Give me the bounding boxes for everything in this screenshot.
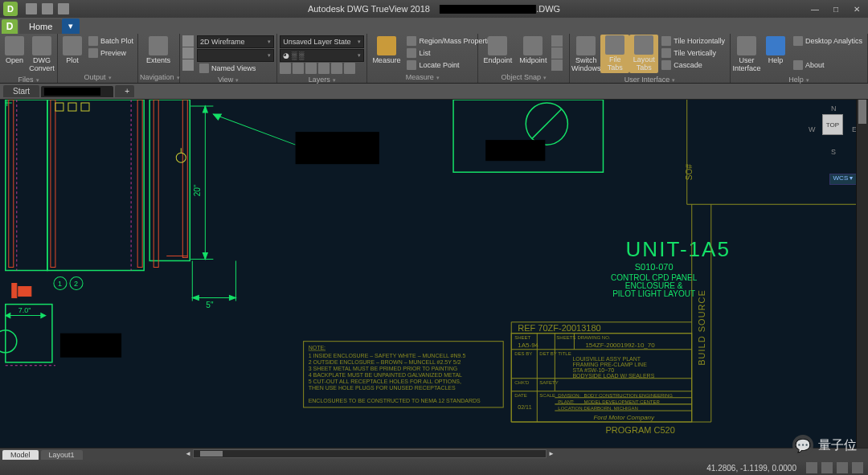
view-combo[interactable]: [197, 49, 274, 62]
svg-text:7.0": 7.0": [18, 306, 31, 314]
app-icon: D: [3, 2, 18, 16]
list-icon: [407, 48, 416, 58]
start-tab[interactable]: Start: [3, 85, 39, 97]
ribbon-tab-home[interactable]: Home: [19, 19, 62, 34]
scroll-right-button[interactable]: ►: [546, 450, 557, 459]
layer-state-combo[interactable]: Unsaved Layer State: [280, 35, 364, 48]
status-toggle-icon[interactable]: [837, 462, 848, 473]
qat-icon[interactable]: [58, 3, 69, 14]
svg-text:FRAMING PRE-CLAMP LINE: FRAMING PRE-CLAMP LINE: [572, 362, 647, 367]
qat-icon[interactable]: [42, 3, 53, 14]
svg-rect-2: [6, 100, 47, 270]
batch-plot-button[interactable]: Batch Plot: [86, 35, 136, 47]
svg-rect-9: [182, 100, 187, 257]
svg-text:1: 1: [58, 280, 62, 288]
osnap-more-icon[interactable]: [551, 35, 563, 47]
cascade-icon: [661, 60, 671, 70]
view-manage-icon[interactable]: [182, 59, 194, 71]
watermark: 💬 量子位: [792, 435, 857, 456]
viewcube[interactable]: N W E S TOP: [809, 104, 857, 162]
drawing-svg: 20" 5" SO# UNIT-1A5 S010-070 CONTROL CPD…: [0, 100, 868, 448]
tile-v-icon: [661, 48, 671, 58]
svg-marker-22: [213, 114, 221, 120]
tile-vertical-button[interactable]: Tile Vertically: [659, 47, 727, 59]
file-tabs-button[interactable]: File Tabs: [600, 35, 629, 73]
endpoint-icon: [488, 36, 507, 55]
file-tabs-icon: [605, 35, 624, 55]
switch-windows-button[interactable]: Switch Windows: [571, 35, 600, 75]
horizontal-scrollbar[interactable]: ◄ ►: [193, 449, 547, 458]
tile-horizontal-button[interactable]: Tile Horizontally: [659, 35, 727, 47]
osnap-more-icon[interactable]: [551, 59, 563, 71]
app-menu-button[interactable]: D: [2, 19, 18, 34]
status-toggle-icon[interactable]: [852, 462, 863, 473]
svg-text:ENCLOSURES TO BE CONSTRUCTED T: ENCLOSURES TO BE CONSTRUCTED TO NEMA 12 …: [309, 398, 481, 403]
wcs-indicator[interactable]: WCS ▾: [829, 174, 857, 185]
named-views-button[interactable]: Named Views: [197, 63, 274, 74]
svg-rect-83: [18, 287, 31, 297]
vertical-scrollbar[interactable]: [856, 100, 868, 448]
minimize-button[interactable]: —: [805, 2, 825, 15]
help-button[interactable]: Help: [761, 35, 790, 67]
svg-rect-4: [149, 100, 190, 260]
layer-tool-icon[interactable]: [293, 63, 304, 74]
about-icon: [793, 60, 803, 70]
open-button[interactable]: Open: [2, 35, 27, 67]
close-button[interactable]: ✕: [847, 2, 866, 15]
desktop-analytics-button[interactable]: Desktop Analytics: [791, 35, 865, 47]
svg-text:S010-070: S010-070: [635, 262, 674, 272]
svg-text:PILOT LIGHT LAYOUT: PILOT LIGHT LAYOUT: [612, 289, 695, 298]
ribbon: Open DWG Convert Files Plot Batch Plot P…: [0, 34, 868, 84]
osnap-more-icon[interactable]: [551, 47, 563, 59]
panel-title: Measure: [369, 72, 476, 82]
panel-layers: Unsaved Layer State ◕ ░ ░ Layers: [277, 34, 367, 83]
layer-tool-icon[interactable]: [344, 63, 355, 74]
status-toggle-icon[interactable]: [806, 462, 817, 473]
viewcube-n[interactable]: N: [831, 104, 837, 113]
measure-button[interactable]: Measure: [369, 35, 403, 67]
svg-text:1A5-94: 1A5-94: [518, 342, 538, 349]
layer-tool-icon[interactable]: [331, 63, 342, 74]
layer-tool-icon[interactable]: [305, 63, 317, 74]
scroll-left-button[interactable]: ◄: [182, 450, 194, 459]
svg-text:DIVISION:: DIVISION:: [558, 393, 580, 398]
quick-access-toolbar: [26, 3, 69, 14]
layer-tool-icon[interactable]: [318, 63, 330, 74]
midpoint-button[interactable]: Midpoint: [515, 35, 551, 67]
viewcube-s[interactable]: S: [831, 148, 836, 156]
svg-point-23: [176, 153, 186, 162]
dwg-convert-button[interactable]: DWG Convert: [27, 35, 56, 75]
view-steering-icon[interactable]: [182, 35, 194, 47]
panel-help: User Interface Help Desktop Analytics Ab…: [731, 34, 868, 83]
panel-output: Plot Batch Plot Preview Output: [58, 34, 138, 83]
cascade-button[interactable]: Cascade: [659, 59, 727, 71]
qat-icon[interactable]: [26, 3, 37, 14]
about-button[interactable]: About: [791, 59, 865, 71]
visual-style-combo[interactable]: 2D Wireframe: [197, 35, 274, 48]
svg-marker-27: [229, 296, 235, 301]
viewcube-w[interactable]: W: [809, 125, 816, 133]
ribbon-tab-addin[interactable]: ▾: [62, 18, 80, 34]
layer-combo[interactable]: ◕ ░ ░: [280, 49, 364, 62]
new-tab-button[interactable]: +: [115, 85, 134, 97]
layout-tabs-button[interactable]: Layout Tabs: [629, 35, 658, 73]
file-tab-redacted[interactable]: [41, 86, 113, 97]
drawing-canvas[interactable]: 20" 5" SO# UNIT-1A5 S010-070 CONTROL CPD…: [0, 100, 868, 448]
viewcube-top[interactable]: TOP: [822, 114, 843, 135]
status-toggle-icon[interactable]: [821, 462, 833, 473]
svg-marker-18: [203, 252, 207, 259]
svg-marker-17: [203, 106, 207, 113]
switch-windows-icon: [576, 36, 596, 55]
endpoint-button[interactable]: Endpoint: [480, 35, 515, 67]
svg-text:MODEL DEVELOPMENT CENTER: MODEL DEVELOPMENT CENTER: [583, 399, 660, 404]
plot-button[interactable]: Plot: [59, 35, 85, 67]
program-text: PROGRAM C520: [605, 425, 674, 435]
layer-tool-icon[interactable]: [280, 63, 291, 74]
preview-button[interactable]: Preview: [86, 47, 136, 59]
maximize-button[interactable]: □: [826, 2, 845, 15]
svg-text:SCALE: SCALE: [539, 393, 555, 398]
extents-button[interactable]: Extents: [140, 35, 177, 67]
user-interface-button[interactable]: User Interface: [732, 35, 761, 75]
open-folder-icon: [5, 36, 24, 55]
view-home-icon[interactable]: [182, 47, 194, 59]
